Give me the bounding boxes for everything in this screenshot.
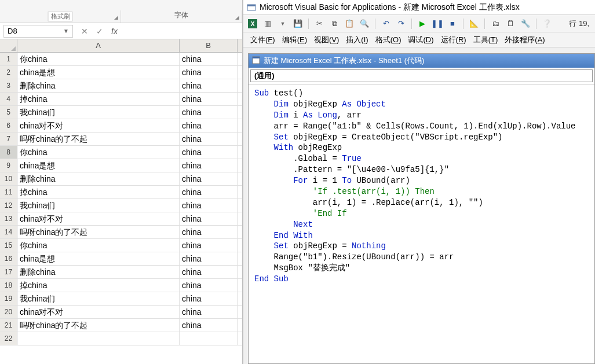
cell[interactable]: china是想 bbox=[17, 66, 180, 79]
row-header[interactable]: 18 bbox=[0, 279, 17, 292]
cell[interactable]: 掉china bbox=[17, 186, 180, 198]
redo-icon[interactable]: ↷ bbox=[395, 18, 407, 30]
ribbon-group-clipboard[interactable]: 格式刷 剪贴板 ◢ bbox=[0, 10, 121, 23]
table-row[interactable]: 22 bbox=[0, 332, 242, 345]
menu-item[interactable]: 文件(F) bbox=[248, 34, 278, 46]
table-row[interactable]: 8你chinachina bbox=[0, 146, 242, 159]
enter-icon[interactable]: ✓ bbox=[96, 27, 103, 36]
insert-module-icon[interactable]: ▥ bbox=[262, 18, 273, 30]
cell[interactable]: 删除china bbox=[17, 172, 180, 185]
cell[interactable]: 吗呀china的了不起 bbox=[17, 226, 180, 238]
row-header[interactable]: 10 bbox=[0, 172, 17, 185]
row-header[interactable]: 13 bbox=[0, 212, 17, 225]
row-header[interactable]: 3 bbox=[0, 79, 17, 92]
cell[interactable]: china bbox=[180, 306, 238, 318]
ribbon-group-font[interactable]: 字体 ◢ bbox=[121, 10, 242, 23]
menu-item[interactable]: 编辑(E) bbox=[280, 34, 309, 46]
row-header[interactable]: 9 bbox=[0, 159, 17, 172]
table-row[interactable]: 17删除chinachina bbox=[0, 266, 242, 279]
cell[interactable]: 吗呀china的了不起 bbox=[17, 133, 180, 145]
cell[interactable]: china bbox=[180, 79, 238, 92]
cut-icon[interactable]: ✂ bbox=[313, 18, 325, 30]
table-row[interactable]: 7吗呀china的了不起china bbox=[0, 133, 242, 146]
table-row[interactable]: 15你chinachina bbox=[0, 239, 242, 252]
project-explorer-icon[interactable]: 🗂 bbox=[490, 18, 501, 30]
menu-item[interactable]: 调试(D) bbox=[406, 34, 436, 46]
menu-item[interactable]: 视图(V) bbox=[312, 34, 341, 46]
cell[interactable]: 我china们 bbox=[17, 292, 180, 305]
cell[interactable]: china bbox=[180, 133, 238, 145]
cell[interactable]: 吗呀china的了不起 bbox=[17, 319, 180, 332]
table-row[interactable]: 12我china们china bbox=[0, 199, 242, 212]
object-browser-icon[interactable]: 🔧 bbox=[520, 18, 531, 30]
table-row[interactable]: 16china是想china bbox=[0, 252, 242, 266]
cell[interactable]: 删除china bbox=[17, 79, 180, 92]
cell[interactable]: china对不对 bbox=[17, 306, 180, 318]
cell[interactable]: china bbox=[180, 119, 238, 132]
worksheet[interactable]: A B 1你chinachina2china是想china3删除chinachi… bbox=[0, 39, 242, 364]
cell[interactable]: china bbox=[180, 292, 238, 305]
table-row[interactable]: 1你chinachina bbox=[0, 53, 242, 66]
cancel-icon[interactable]: ✕ bbox=[81, 27, 88, 36]
cell[interactable]: china bbox=[180, 226, 238, 238]
cell[interactable]: china bbox=[180, 199, 238, 212]
table-row[interactable]: 4掉chinachina bbox=[0, 93, 242, 106]
cell[interactable]: china bbox=[180, 239, 238, 252]
chevron-down-icon[interactable]: ▼ bbox=[277, 18, 289, 30]
table-row[interactable]: 21吗呀china的了不起china bbox=[0, 319, 242, 332]
cell[interactable]: 掉china bbox=[17, 279, 180, 292]
row-header[interactable]: 6 bbox=[0, 119, 17, 132]
row-header[interactable]: 4 bbox=[0, 93, 17, 105]
cell[interactable]: china对不对 bbox=[17, 119, 180, 132]
cell[interactable]: china bbox=[180, 252, 238, 265]
code-editor[interactable]: Sub test() Dim objRegExp As Object Dim i… bbox=[249, 84, 594, 363]
row-header[interactable]: 5 bbox=[0, 106, 17, 119]
paste-icon[interactable]: 📋 bbox=[344, 18, 355, 30]
row-header[interactable]: 19 bbox=[0, 292, 17, 305]
col-header-b[interactable]: B bbox=[180, 39, 238, 52]
cell[interactable] bbox=[180, 332, 238, 345]
cell[interactable]: china bbox=[180, 106, 238, 119]
select-all-corner[interactable] bbox=[0, 39, 17, 52]
excel-icon[interactable]: X bbox=[247, 18, 258, 30]
table-row[interactable]: 9china是想china bbox=[0, 159, 242, 172]
table-row[interactable]: 2china是想china bbox=[0, 66, 242, 79]
format-painter-label[interactable]: 格式刷 bbox=[48, 12, 73, 21]
name-box[interactable]: D8 ▼ bbox=[3, 25, 73, 38]
table-row[interactable]: 13china对不对china bbox=[0, 212, 242, 226]
cell[interactable]: 删除china bbox=[17, 266, 180, 278]
cell[interactable]: china bbox=[180, 279, 238, 292]
row-header[interactable]: 15 bbox=[0, 239, 17, 252]
table-row[interactable]: 14吗呀china的了不起china bbox=[0, 226, 242, 239]
cell[interactable]: 你china bbox=[17, 239, 180, 252]
cell[interactable]: china bbox=[180, 172, 238, 185]
cell[interactable]: 我china们 bbox=[17, 199, 180, 212]
cell[interactable]: china是想 bbox=[17, 252, 180, 265]
row-header[interactable]: 17 bbox=[0, 266, 17, 278]
dialog-launcher-icon[interactable]: ◢ bbox=[114, 14, 118, 20]
row-header[interactable]: 20 bbox=[0, 306, 17, 318]
menu-item[interactable]: 插入(I) bbox=[344, 34, 370, 46]
cell[interactable]: 你china bbox=[17, 53, 180, 65]
reset-icon[interactable]: ■ bbox=[447, 18, 458, 30]
cell[interactable]: china bbox=[180, 212, 238, 225]
cell[interactable]: china bbox=[180, 146, 238, 159]
save-icon[interactable]: 💾 bbox=[292, 18, 304, 30]
cell[interactable]: 掉china bbox=[17, 93, 180, 105]
cell[interactable]: china bbox=[180, 53, 238, 65]
fx-icon[interactable]: fx bbox=[111, 27, 118, 36]
table-row[interactable]: 11掉chinachina bbox=[0, 186, 242, 199]
table-row[interactable]: 5我china们china bbox=[0, 106, 242, 119]
cell[interactable]: china bbox=[180, 186, 238, 198]
menu-item[interactable]: 运行(R) bbox=[439, 34, 469, 46]
menu-item[interactable]: 格式(O) bbox=[373, 34, 404, 46]
row-header[interactable]: 12 bbox=[0, 199, 17, 212]
properties-icon[interactable]: 🗒 bbox=[505, 18, 516, 30]
cell[interactable]: 我china们 bbox=[17, 106, 180, 119]
find-icon[interactable]: 🔍 bbox=[359, 18, 370, 30]
cell[interactable]: china bbox=[180, 266, 238, 278]
table-row[interactable]: 6china对不对china bbox=[0, 119, 242, 133]
object-dropdown[interactable]: (通用) bbox=[250, 69, 593, 82]
cell[interactable]: china bbox=[180, 66, 238, 79]
chevron-down-icon[interactable]: ▼ bbox=[63, 28, 69, 34]
